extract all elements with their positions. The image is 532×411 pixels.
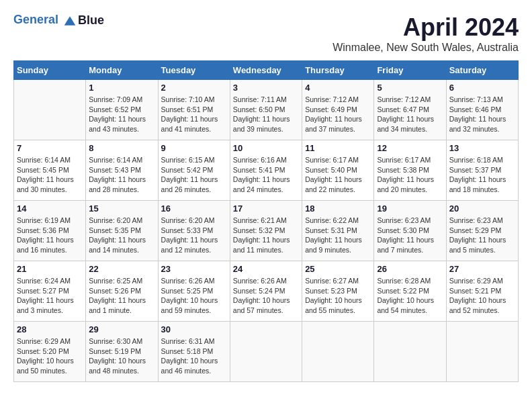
- day-detail: Sunrise: 7:09 AMSunset: 6:52 PMDaylight:…: [89, 95, 154, 134]
- day-number: 2: [161, 83, 227, 93]
- calendar-cell: 18Sunrise: 6:22 AMSunset: 5:31 PMDayligh…: [302, 201, 374, 261]
- day-detail: Sunrise: 6:14 AMSunset: 5:45 PMDaylight:…: [17, 155, 83, 195]
- calendar-cell: 1Sunrise: 7:09 AMSunset: 6:52 PMDaylight…: [86, 80, 158, 140]
- calendar-cell: 28Sunrise: 6:29 AMSunset: 5:20 PMDayligh…: [14, 322, 86, 382]
- calendar-cell: 11Sunrise: 6:17 AMSunset: 5:40 PMDayligh…: [302, 140, 374, 201]
- calendar-cell: 12Sunrise: 6:17 AMSunset: 5:38 PMDayligh…: [374, 140, 446, 201]
- day-detail: Sunrise: 6:26 AMSunset: 5:24 PMDaylight:…: [233, 276, 299, 316]
- day-detail: Sunrise: 6:24 AMSunset: 5:27 PMDaylight:…: [17, 276, 83, 316]
- day-detail: Sunrise: 6:17 AMSunset: 5:40 PMDaylight:…: [305, 155, 371, 195]
- day-detail: Sunrise: 6:15 AMSunset: 5:42 PMDaylight:…: [161, 155, 227, 195]
- day-detail: Sunrise: 6:20 AMSunset: 5:35 PMDaylight:…: [89, 216, 154, 255]
- day-detail: Sunrise: 6:18 AMSunset: 5:37 PMDaylight:…: [449, 155, 515, 195]
- day-detail: Sunrise: 7:10 AMSunset: 6:51 PMDaylight:…: [161, 95, 227, 134]
- day-number: 14: [17, 203, 83, 214]
- calendar-cell: 6Sunrise: 7:13 AMSunset: 6:46 PMDaylight…: [446, 80, 518, 140]
- day-detail: Sunrise: 6:29 AMSunset: 5:21 PMDaylight:…: [449, 276, 515, 316]
- calendar-cell: 24Sunrise: 6:26 AMSunset: 5:24 PMDayligh…: [230, 261, 302, 322]
- calendar-cell: 22Sunrise: 6:25 AMSunset: 5:26 PMDayligh…: [86, 261, 158, 322]
- day-number: 22: [89, 264, 154, 274]
- calendar-cell: 15Sunrise: 6:20 AMSunset: 5:35 PMDayligh…: [86, 201, 158, 261]
- svg-marker-0: [64, 16, 76, 25]
- day-header-tuesday: Tuesday: [158, 61, 230, 80]
- day-detail: Sunrise: 7:13 AMSunset: 6:46 PMDaylight:…: [449, 95, 515, 134]
- day-detail: Sunrise: 6:17 AMSunset: 5:38 PMDaylight:…: [377, 155, 443, 195]
- title-area: April 2024 Winmalee, New South Wales, Au…: [332, 13, 519, 54]
- day-header-wednesday: Wednesday: [230, 61, 302, 80]
- calendar-cell: 3Sunrise: 7:11 AMSunset: 6:50 PMDaylight…: [230, 80, 302, 140]
- day-header-sunday: Sunday: [14, 61, 86, 80]
- calendar-cell: [374, 322, 446, 382]
- calendar-cell: 8Sunrise: 6:14 AMSunset: 5:43 PMDaylight…: [86, 140, 158, 201]
- logo-general: General: [13, 13, 58, 26]
- calendar-cell: 30Sunrise: 6:31 AMSunset: 5:18 PMDayligh…: [158, 322, 230, 382]
- day-detail: Sunrise: 6:23 AMSunset: 5:30 PMDaylight:…: [377, 216, 443, 255]
- day-number: 23: [161, 264, 227, 274]
- week-row-5: 28Sunrise: 6:29 AMSunset: 5:20 PMDayligh…: [14, 322, 519, 382]
- day-header-friday: Friday: [374, 61, 446, 80]
- day-number: 5: [377, 83, 443, 93]
- day-header-thursday: Thursday: [302, 61, 374, 80]
- day-number: 24: [233, 264, 299, 274]
- day-number: 30: [161, 324, 227, 334]
- day-detail: Sunrise: 6:23 AMSunset: 5:29 PMDaylight:…: [449, 216, 515, 255]
- calendar-cell: 19Sunrise: 6:23 AMSunset: 5:30 PMDayligh…: [374, 201, 446, 261]
- day-detail: Sunrise: 7:12 AMSunset: 6:49 PMDaylight:…: [305, 95, 371, 134]
- week-row-3: 14Sunrise: 6:19 AMSunset: 5:36 PMDayligh…: [14, 201, 519, 261]
- day-number: 18: [305, 203, 371, 214]
- day-detail: Sunrise: 6:31 AMSunset: 5:18 PMDaylight:…: [161, 336, 227, 376]
- day-header-monday: Monday: [86, 61, 158, 80]
- day-number: 28: [17, 324, 83, 334]
- day-number: 11: [305, 143, 371, 153]
- day-number: 9: [161, 143, 227, 153]
- day-detail: Sunrise: 6:27 AMSunset: 5:23 PMDaylight:…: [305, 276, 371, 316]
- calendar-cell: 4Sunrise: 7:12 AMSunset: 6:49 PMDaylight…: [302, 80, 374, 140]
- day-detail: Sunrise: 6:29 AMSunset: 5:20 PMDaylight:…: [17, 336, 83, 376]
- day-number: 12: [377, 143, 443, 153]
- calendar-cell: 16Sunrise: 6:20 AMSunset: 5:33 PMDayligh…: [158, 201, 230, 261]
- calendar-cell: [14, 80, 86, 140]
- day-detail: Sunrise: 6:20 AMSunset: 5:33 PMDaylight:…: [161, 216, 227, 255]
- calendar-cell: 2Sunrise: 7:10 AMSunset: 6:51 PMDaylight…: [158, 80, 230, 140]
- day-number: 1: [89, 83, 154, 93]
- day-number: 16: [161, 203, 227, 214]
- week-row-4: 21Sunrise: 6:24 AMSunset: 5:27 PMDayligh…: [14, 261, 519, 322]
- day-detail: Sunrise: 7:12 AMSunset: 6:47 PMDaylight:…: [377, 95, 443, 134]
- calendar-cell: 26Sunrise: 6:28 AMSunset: 5:22 PMDayligh…: [374, 261, 446, 322]
- calendar-cell: 13Sunrise: 6:18 AMSunset: 5:37 PMDayligh…: [446, 140, 518, 201]
- location-title: Winmalee, New South Wales, Australia: [332, 42, 519, 54]
- day-detail: Sunrise: 6:25 AMSunset: 5:26 PMDaylight:…: [89, 276, 154, 316]
- day-number: 21: [17, 264, 83, 274]
- day-number: 6: [449, 83, 515, 93]
- calendar-cell: [302, 322, 374, 382]
- day-header-saturday: Saturday: [446, 61, 518, 80]
- day-number: 8: [89, 143, 154, 153]
- calendar-cell: 10Sunrise: 6:16 AMSunset: 5:41 PMDayligh…: [230, 140, 302, 201]
- day-detail: Sunrise: 6:26 AMSunset: 5:25 PMDaylight:…: [161, 276, 227, 316]
- calendar-cell: 17Sunrise: 6:21 AMSunset: 5:32 PMDayligh…: [230, 201, 302, 261]
- calendar-table: SundayMondayTuesdayWednesdayThursdayFrid…: [13, 60, 519, 382]
- day-detail: Sunrise: 6:14 AMSunset: 5:43 PMDaylight:…: [89, 155, 154, 195]
- day-detail: Sunrise: 6:22 AMSunset: 5:31 PMDaylight:…: [305, 216, 371, 255]
- calendar-cell: 27Sunrise: 6:29 AMSunset: 5:21 PMDayligh…: [446, 261, 518, 322]
- day-detail: Sunrise: 6:16 AMSunset: 5:41 PMDaylight:…: [233, 155, 299, 195]
- day-number: 4: [305, 83, 371, 93]
- day-number: 3: [233, 83, 299, 93]
- day-number: 17: [233, 203, 299, 214]
- calendar-header-row: SundayMondayTuesdayWednesdayThursdayFrid…: [14, 61, 519, 80]
- day-detail: Sunrise: 7:11 AMSunset: 6:50 PMDaylight:…: [233, 95, 299, 134]
- day-number: 20: [449, 203, 515, 214]
- day-number: 19: [377, 203, 443, 214]
- calendar-cell: 7Sunrise: 6:14 AMSunset: 5:45 PMDaylight…: [14, 140, 86, 201]
- header: General Blue April 2024 Winmalee, New So…: [13, 13, 519, 54]
- calendar-cell: 29Sunrise: 6:30 AMSunset: 5:19 PMDayligh…: [86, 322, 158, 382]
- logo: General Blue: [13, 13, 104, 28]
- calendar-cell: 14Sunrise: 6:19 AMSunset: 5:36 PMDayligh…: [14, 201, 86, 261]
- calendar-cell: 5Sunrise: 7:12 AMSunset: 6:47 PMDaylight…: [374, 80, 446, 140]
- calendar-cell: 9Sunrise: 6:15 AMSunset: 5:42 PMDaylight…: [158, 140, 230, 201]
- day-number: 13: [449, 143, 515, 153]
- day-number: 26: [377, 264, 443, 274]
- calendar-cell: 25Sunrise: 6:27 AMSunset: 5:23 PMDayligh…: [302, 261, 374, 322]
- logo-blue: Blue: [78, 13, 104, 28]
- day-number: 27: [449, 264, 515, 274]
